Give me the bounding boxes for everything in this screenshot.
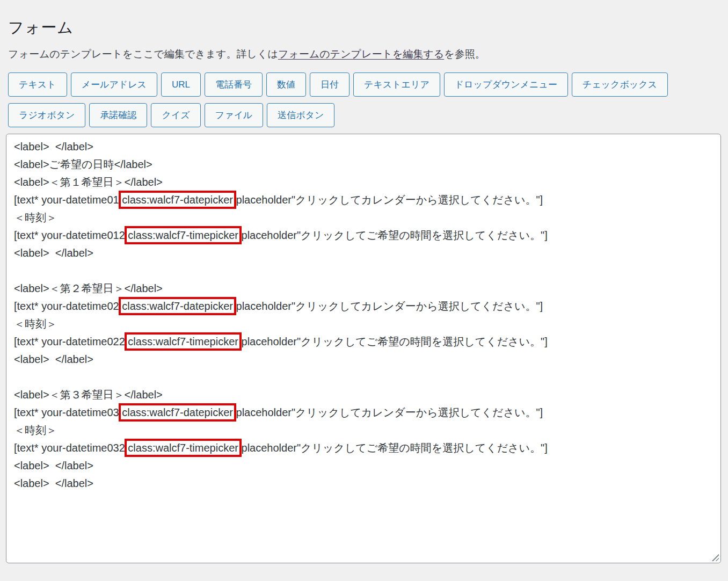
code-text: placeholder"クリックしてご希望の時間を選択してください。"] — [238, 442, 548, 454]
red-highlight-box: class:walcf7-datepicker — [122, 406, 233, 418]
code-line: [text* your-datetime03 class:walcf7-date… — [14, 404, 713, 422]
tag-button-email[interactable]: メールアドレス — [71, 72, 157, 97]
tag-button-checkbox[interactable]: チェックボックス — [572, 72, 668, 97]
tag-button-menu[interactable]: ドロップダウンメニュー — [444, 72, 568, 97]
code-text: ＜時刻＞ — [14, 424, 57, 436]
red-highlight-box: class:walcf7-timepicker — [128, 442, 238, 454]
form-template-code: <label> </label><label>ご希望の日時</label><la… — [14, 138, 713, 492]
code-line — [14, 262, 713, 280]
code-line: [text* your-datetime012 class:walcf7-tim… — [14, 227, 713, 244]
form-template-editor[interactable]: <label> </label><label>ご希望の日時</label><la… — [6, 134, 721, 563]
code-line: ＜時刻＞ — [14, 209, 713, 227]
description-suffix: を参照。 — [444, 48, 485, 60]
resize-handle-icon[interactable] — [711, 553, 719, 561]
code-line: <label>ご希望の日時</label> — [14, 156, 713, 173]
page-title: フォーム — [8, 17, 720, 39]
code-text: [text* your-datetime012 — [14, 229, 128, 241]
tag-button-url[interactable]: URL — [161, 72, 201, 97]
code-text: placeholder"クリックしてご希望の時間を選択してください。"] — [238, 229, 548, 241]
code-text: placeholder"クリックしてカレンダーから選択してください。"] — [233, 406, 543, 418]
code-text: [text* your-datetime03 — [14, 406, 122, 418]
code-line: <label>＜第２希望日＞</label> — [14, 280, 713, 297]
code-text: <label> </label> — [14, 247, 93, 259]
tag-button-number[interactable]: 数値 — [266, 72, 306, 97]
tag-generator-row-1: テキストメールアドレスURL電話番号数値日付テキストエリアドロップダウンメニュー… — [8, 72, 720, 97]
code-text: ＜時刻＞ — [14, 318, 57, 330]
code-text: ＜時刻＞ — [14, 212, 57, 223]
tag-button-acceptance[interactable]: 承諾確認 — [89, 103, 147, 127]
tag-button-file[interactable]: ファイル — [205, 103, 264, 127]
red-highlight-box: class:walcf7-datepicker — [122, 300, 233, 312]
code-line: <label> </label> — [14, 475, 713, 492]
tag-button-submit[interactable]: 送信ボタン — [267, 103, 334, 127]
red-highlight-box: class:walcf7-timepicker — [128, 336, 238, 347]
code-line: ＜時刻＞ — [14, 315, 713, 333]
template-docs-link[interactable]: フォームのテンプレートを編集する — [278, 48, 444, 60]
code-text: placeholder"クリックしてご希望の時間を選択してください。"] — [238, 336, 548, 347]
code-line — [14, 368, 713, 386]
code-text: placeholder"クリックしてカレンダーから選択してください。"] — [233, 300, 543, 312]
tag-button-radio[interactable]: ラジオボタン — [8, 103, 85, 127]
form-editor-panel: フォーム フォームのテンプレートをここで編集できます。詳しくはフォームのテンプレ… — [0, 0, 728, 563]
code-text: <label> </label> — [14, 477, 93, 489]
code-text: <label>＜第１希望日＞</label> — [14, 176, 163, 188]
tag-button-date[interactable]: 日付 — [310, 72, 350, 97]
code-text: <label> </label> — [14, 460, 93, 471]
tag-button-text[interactable]: テキスト — [8, 72, 67, 97]
description-prefix: フォームのテンプレートをここで編集できます。詳しくは — [8, 48, 278, 60]
code-line: <label>＜第１希望日＞</label> — [14, 173, 713, 191]
code-line: <label> </label> — [14, 244, 713, 262]
code-text: [text* your-datetime032 — [14, 442, 128, 454]
code-line: [text* your-datetime022 class:walcf7-tim… — [14, 333, 713, 351]
red-highlight-box: class:walcf7-datepicker — [122, 194, 233, 206]
code-text: [text* your-datetime02 — [14, 300, 122, 312]
code-text: [text* your-datetime022 — [14, 336, 128, 347]
code-text: <label>＜第２希望日＞</label> — [14, 282, 163, 294]
code-line: <label> </label> — [14, 457, 713, 475]
code-text: <label>ご希望の日時</label> — [14, 158, 152, 170]
code-text: [text* your-datetime01 — [14, 194, 122, 206]
code-line: [text* your-datetime01 class:walcf7-date… — [14, 191, 713, 209]
code-text: <label>＜第３希望日＞</label> — [14, 389, 163, 401]
code-line: [text* your-datetime02 class:walcf7-date… — [14, 297, 713, 315]
description: フォームのテンプレートをここで編集できます。詳しくはフォームのテンプレートを編集… — [8, 47, 720, 61]
tag-button-tel[interactable]: 電話番号 — [205, 72, 263, 97]
tag-generator: テキストメールアドレスURL電話番号数値日付テキストエリアドロップダウンメニュー… — [8, 72, 720, 127]
code-text: <label> </label> — [14, 141, 93, 152]
code-text: <label> </label> — [14, 353, 93, 365]
code-line: <label>＜第３希望日＞</label> — [14, 386, 713, 404]
code-line: <label> </label> — [14, 138, 713, 156]
code-line: ＜時刻＞ — [14, 422, 713, 439]
red-highlight-box: class:walcf7-timepicker — [128, 229, 238, 241]
tag-generator-row-2: ラジオボタン承諾確認クイズファイル送信ボタン — [8, 103, 720, 127]
tag-button-textarea[interactable]: テキストエリア — [353, 72, 440, 97]
code-line: [text* your-datetime032 class:walcf7-tim… — [14, 439, 713, 457]
code-text: placeholder"クリックしてカレンダーから選択してください。"] — [233, 194, 543, 206]
tag-button-quiz[interactable]: クイズ — [151, 103, 200, 127]
code-line: <label> </label> — [14, 351, 713, 368]
